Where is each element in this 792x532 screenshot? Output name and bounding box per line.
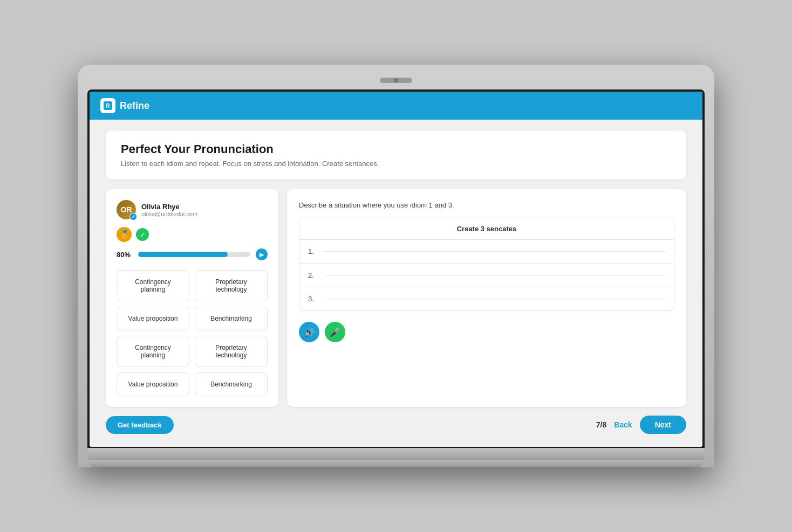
- page-counter: 7/8: [596, 420, 606, 429]
- sentences-box: Create 3 sencates 1. 2. 3.: [299, 218, 674, 311]
- top-navigation: R Refine: [90, 92, 702, 120]
- mic-icon: 🎤: [330, 327, 340, 337]
- idiom-card-6[interactable]: Proprietary technology: [195, 336, 268, 367]
- speaker-icon: 🔊: [304, 327, 315, 337]
- sentence-line-2: [324, 275, 665, 275]
- sentence-line-1: [324, 251, 665, 252]
- achievement-badge-icon: 🏅: [117, 227, 132, 242]
- logo-text: Refine: [120, 100, 149, 112]
- laptop-bottom-bezel: [87, 448, 705, 460]
- idiom-card-5[interactable]: Contingency planning: [117, 336, 189, 367]
- logo-inner-icon: R: [104, 101, 112, 110]
- progress-bar-container: [138, 252, 250, 257]
- avatar: OR ✓: [117, 200, 136, 219]
- idiom-grid: Contingency planning Proprietary technol…: [117, 270, 268, 396]
- back-button[interactable]: Back: [614, 420, 632, 429]
- user-row: OR ✓ Olivia Rhye olivia@untitledui.com: [117, 200, 268, 219]
- camera-bar: [87, 74, 705, 86]
- logo-icon: R: [100, 98, 115, 113]
- bottom-bar: Get feedback 7/8 Back Next: [106, 407, 686, 436]
- speaker-button[interactable]: 🔊: [299, 322, 319, 342]
- page-title: Perfect Your Pronunciation: [121, 142, 671, 156]
- sentence-row-1: 1.: [299, 240, 674, 264]
- laptop-frame: R Refine Perfect Your Pronunciation List…: [78, 65, 714, 467]
- check-badge-icon: ✓: [136, 228, 149, 241]
- avatar-badge: ✓: [129, 213, 137, 220]
- sentence-num-3: 3.: [308, 295, 319, 303]
- laptop-base: [87, 460, 705, 467]
- progress-label: 80%: [117, 251, 133, 259]
- progress-bar-fill: [138, 252, 228, 257]
- sentences-header: Create 3 sencates: [299, 218, 674, 240]
- next-button[interactable]: Next: [640, 416, 686, 434]
- user-name: Olivia Rhye: [141, 203, 197, 211]
- user-info: Olivia Rhye olivia@untitledui.com: [141, 203, 197, 217]
- left-panel: OR ✓ Olivia Rhye olivia@untitledui.com 🏅: [106, 189, 278, 407]
- user-email: olivia@untitledui.com: [141, 211, 197, 217]
- badges-row: 🏅 ✓: [117, 227, 268, 242]
- right-panel: Describe a situation where you use idiom…: [287, 189, 686, 407]
- get-feedback-button[interactable]: Get feedback: [106, 416, 174, 434]
- sentence-row-3: 3.: [299, 287, 674, 310]
- progress-row: 80% ▶: [117, 248, 268, 260]
- sentence-line-3: [324, 299, 665, 299]
- sentence-row-2: 2.: [299, 264, 674, 287]
- idiom-card-4[interactable]: Benchmarking: [195, 307, 268, 330]
- two-column-layout: OR ✓ Olivia Rhye olivia@untitledui.com 🏅: [106, 189, 686, 407]
- camera: [380, 78, 412, 83]
- main-content: Perfect Your Pronunciation Listen to eac…: [90, 120, 702, 447]
- idiom-card-7[interactable]: Value proposition: [117, 372, 189, 396]
- progress-icon: ▶: [256, 248, 268, 260]
- laptop-screen: R Refine Perfect Your Pronunciation List…: [87, 89, 705, 449]
- controls-row: 🔊 🎤: [299, 322, 674, 342]
- idiom-card-8[interactable]: Benchmarking: [195, 372, 268, 396]
- sentence-num-1: 1.: [308, 247, 319, 255]
- idiom-card-1[interactable]: Contingency planning: [117, 270, 189, 301]
- microphone-button[interactable]: 🎤: [325, 322, 345, 342]
- logo-container: R Refine: [100, 98, 149, 113]
- task-description: Describe a situation where you use idiom…: [299, 201, 674, 209]
- idiom-card-2[interactable]: Proprietary technology: [195, 270, 268, 301]
- title-card: Perfect Your Pronunciation Listen to eac…: [106, 130, 686, 179]
- screen-content: R Refine Perfect Your Pronunciation List…: [90, 92, 702, 447]
- idiom-card-3[interactable]: Value proposition: [117, 307, 189, 330]
- nav-right: 7/8 Back Next: [596, 416, 686, 434]
- page-subtitle: Listen to each idiom and repeat. Focus o…: [121, 160, 671, 168]
- sentence-num-2: 2.: [308, 271, 319, 279]
